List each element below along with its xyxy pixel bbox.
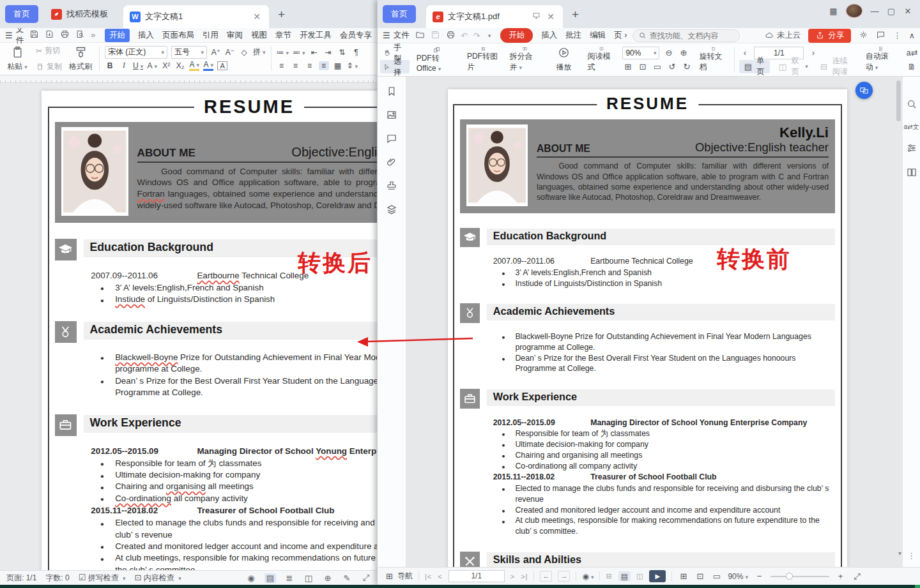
maximize-button[interactable]: ▢ bbox=[883, 6, 900, 16]
ribbon-tab-插入[interactable]: 插入 bbox=[138, 30, 154, 41]
ribbon-tab-编辑[interactable]: 编辑 bbox=[590, 30, 606, 41]
split-merge-button[interactable]: 拆分合并▾ bbox=[507, 45, 543, 74]
search-input[interactable] bbox=[650, 31, 735, 40]
document-tab[interactable]: W 文字文稿1 ✕ bbox=[123, 5, 269, 28]
signature-stamp-icon[interactable] bbox=[386, 180, 397, 193]
zoom-out-icon[interactable]: ⊖ bbox=[663, 48, 674, 57]
undo-icon[interactable]: ↶ bbox=[461, 31, 468, 40]
rotate-left-icon[interactable]: ↺ bbox=[666, 62, 677, 72]
double-page-icon[interactable]: ◫ bbox=[636, 572, 643, 580]
bullet-list-button[interactable]: ≔▾ bbox=[277, 48, 289, 57]
file-menu[interactable]: ☰文件 bbox=[383, 30, 410, 41]
zoom-select[interactable]: 90%▾ bbox=[622, 47, 659, 59]
reader-helper-icon[interactable] bbox=[906, 167, 917, 180]
highlight-color-button[interactable]: A▾ bbox=[189, 60, 199, 71]
print-icon[interactable] bbox=[446, 30, 456, 41]
web-view-icon[interactable]: ⊕ bbox=[322, 573, 334, 583]
paragraph-mark-button[interactable]: ¶ bbox=[351, 48, 362, 57]
apps-grid-icon[interactable]: ▦ bbox=[825, 6, 842, 16]
numbered-list-button[interactable]: ≕▾ bbox=[293, 48, 305, 57]
redo-icon[interactable]: ↷ bbox=[473, 31, 480, 40]
next-page-icon[interactable]: › bbox=[808, 48, 818, 57]
ribbon-tab-页面布局[interactable]: 页面布局 bbox=[162, 30, 194, 41]
word-translate-clipped[interactable]: a⇄划 bbox=[903, 46, 917, 59]
phonetic-guide-icon[interactable]: 拼▾ bbox=[253, 47, 266, 57]
pdf-to-office-button[interactable]: PDF转Office▾ bbox=[414, 45, 460, 74]
writer-document-area[interactable]: RESUMEKelly.LiABOUT MEObjective:English … bbox=[0, 83, 378, 570]
zoom-in-icon[interactable]: ⊕ bbox=[678, 48, 689, 57]
pdf-document-area[interactable]: RESUMEKelly.LiABOUT MEObjective:English … bbox=[406, 77, 902, 567]
feedback-icon[interactable] bbox=[876, 30, 885, 41]
new-tab-button[interactable]: + bbox=[572, 8, 579, 22]
double-page-button[interactable]: ◫双页▾ bbox=[774, 60, 811, 73]
horizontal-ruler[interactable] bbox=[0, 75, 378, 83]
close-tab-icon[interactable]: ✕ bbox=[545, 11, 556, 22]
scrollbar-thumb[interactable] bbox=[896, 80, 901, 121]
continuous-read-button[interactable]: ⊟连续阅读 bbox=[815, 60, 859, 73]
back-view-icon[interactable]: ← bbox=[540, 571, 552, 582]
minimize-button[interactable]: — bbox=[866, 6, 883, 16]
fullscreen-icon[interactable]: ⤢ bbox=[852, 571, 862, 582]
auto-scroll-button[interactable]: 自动滚动▾ bbox=[863, 45, 899, 74]
navigation-button[interactable]: ⊞导航 bbox=[384, 571, 413, 582]
vertical-scrollbar[interactable]: ▾ bbox=[896, 78, 901, 558]
save-icon[interactable] bbox=[431, 30, 440, 41]
previous-page-icon[interactable]: ‹ bbox=[739, 48, 750, 57]
ribbon-tab-审阅[interactable]: 审阅 bbox=[227, 30, 243, 41]
format-painter-button[interactable]: 格式刷 bbox=[67, 45, 94, 73]
save-icon[interactable] bbox=[29, 29, 39, 41]
page-number-box[interactable]: 1/1 bbox=[448, 570, 505, 582]
presentation-play-button[interactable]: ▶ bbox=[649, 570, 666, 582]
display-settings-icon[interactable] bbox=[906, 142, 917, 156]
pdf-page[interactable]: RESUMEKelly.LiABOUT MEObjective:English … bbox=[448, 89, 847, 567]
export-icon[interactable] bbox=[45, 29, 54, 41]
align-right-button[interactable]: ≡ bbox=[305, 61, 315, 70]
strikethrough-button[interactable]: A▾ bbox=[147, 61, 157, 70]
search-box[interactable] bbox=[632, 29, 740, 42]
eye-protect-icon[interactable]: ◉▾ bbox=[582, 572, 594, 581]
eye-protect-icon[interactable]: ◉ bbox=[245, 573, 257, 583]
zoom-out-icon[interactable]: − bbox=[754, 571, 765, 581]
ribbon-tab-会员专享[interactable]: 会员专享 bbox=[340, 30, 372, 41]
superscript-button[interactable]: X² bbox=[161, 61, 171, 70]
fit-width-icon[interactable]: ▭ bbox=[711, 571, 722, 581]
more-menu-icon[interactable]: ⋮ bbox=[893, 31, 901, 40]
previous-page-icon[interactable]: < bbox=[438, 573, 442, 580]
ribbon-tab-引用[interactable]: 引用 bbox=[203, 30, 218, 41]
ribbon-tab-批注[interactable]: 批注 bbox=[565, 30, 581, 41]
cut-button[interactable]: ✂剪切 bbox=[36, 45, 62, 56]
ribbon-tab-视图[interactable]: 视图 bbox=[251, 30, 267, 41]
pdf-document-tab[interactable]: e 文字文稿1.pdf ✕ bbox=[426, 5, 563, 28]
full-translate-clipped[interactable]: 🗎全 bbox=[903, 60, 917, 73]
cloud-status[interactable]: 未上云 bbox=[765, 30, 801, 41]
decrease-font-icon[interactable]: A⁻ bbox=[225, 48, 235, 57]
paste-button[interactable]: 粘贴▾ bbox=[4, 45, 31, 73]
continuous-icon[interactable]: ⊟ bbox=[606, 572, 612, 580]
attachment-icon[interactable] bbox=[386, 156, 397, 170]
ribbon-tab-开发工具[interactable]: 开发工具 bbox=[300, 30, 332, 41]
close-tab-icon[interactable]: ✕ bbox=[251, 11, 263, 22]
pdf-to-image-button[interactable]: PDF转图片 bbox=[464, 45, 503, 74]
align-center-button[interactable]: ≡ bbox=[291, 61, 301, 70]
print-icon[interactable] bbox=[60, 29, 70, 41]
quickbar-dropdown-icon[interactable]: ▾ bbox=[488, 33, 491, 39]
single-page-icon[interactable]: ▤ bbox=[618, 571, 631, 582]
ribbon-tab-页[interactable]: 页 › bbox=[614, 30, 627, 41]
open-file-icon[interactable] bbox=[415, 30, 425, 41]
fullscreen-icon[interactable]: ⤢ bbox=[360, 573, 372, 583]
scroll-down-icon[interactable]: ▾ bbox=[898, 550, 901, 557]
settings-gear-icon[interactable] bbox=[859, 30, 868, 41]
italic-button[interactable]: I bbox=[119, 61, 129, 70]
close-window-button[interactable]: ✕ bbox=[900, 6, 916, 16]
actual-size-icon[interactable]: ⊞ bbox=[622, 62, 633, 72]
sort-button[interactable]: ⇅ bbox=[337, 48, 348, 57]
home-tab[interactable]: 首页 bbox=[383, 5, 416, 23]
image-to-text-assistant-button[interactable] bbox=[855, 82, 873, 99]
content-check-button[interactable]: ⊡ 内容检查 ▾ bbox=[135, 573, 181, 584]
fit-width-icon[interactable]: ▭ bbox=[652, 62, 663, 72]
justify-button[interactable]: ≡ bbox=[319, 61, 329, 70]
more-tools-icon[interactable]: » bbox=[91, 31, 95, 40]
font-size-select[interactable]: 五号▾ bbox=[171, 46, 207, 59]
page-view-icon[interactable]: ▤ bbox=[264, 573, 276, 583]
zoom-slider[interactable] bbox=[770, 576, 829, 577]
